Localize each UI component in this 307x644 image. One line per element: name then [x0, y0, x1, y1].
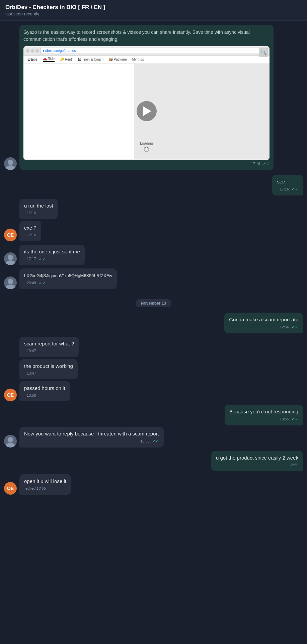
message-text: the product is working	[24, 363, 73, 369]
media-text: Gyazo is the easiest way to record scree…	[23, 29, 270, 43]
bubble-scamfor: scam report for what ? 13:47	[19, 337, 79, 357]
message-row-gonna: Gonna make a scam report atp 12:56 ✓✓	[4, 313, 303, 333]
header: OrbiDev - Checkers in BIO [ FR / EN ] la…	[0, 0, 307, 21]
avatar-me-1	[4, 252, 17, 265]
message-row-ugot: u got the product since easily 2 week 13…	[4, 451, 303, 471]
message-text: see	[277, 179, 285, 184]
timestamp: 13:55	[140, 439, 150, 444]
timestamp: 13:55	[280, 417, 289, 422]
svg-point-1	[6, 165, 15, 170]
message-text: LXGmG4jSJiqcmuV1m5QHgM6K5fthRfZXFw	[24, 273, 112, 278]
edited-label: edited 13:55	[25, 486, 46, 491]
bubble-see: see 17:16 ✓✓	[272, 175, 303, 195]
bubble-open: open it u will lose it edited 13:55	[19, 474, 71, 494]
media-bubble: Gyazo is the easiest way to record scree…	[19, 25, 274, 170]
message-text: Because you're not responding	[229, 409, 298, 414]
checkmarks: ✓✓	[263, 161, 270, 166]
message-row-lxg: LXGmG4jSJiqcmuV1m5QHgM6K5fthRfZXFw 23:49…	[4, 268, 303, 289]
checkmarks: ✓✓	[152, 438, 159, 444]
message-text: u run the last	[24, 203, 53, 209]
avatar-oe-2: OE	[4, 389, 17, 401]
message-row-now: Now you want to reply because I threaten…	[4, 427, 303, 448]
message-text: passed hours on it	[24, 385, 65, 391]
timestamp: 17:16	[280, 187, 289, 192]
timestamp: 12:56	[280, 325, 289, 330]
media-message-row: Gyazo is the easiest way to record scree…	[4, 25, 303, 170]
timestamp: 17:16	[251, 162, 260, 166]
url-bar-text: uber.com/go/promos	[45, 49, 76, 53]
message-text: Now you want to reply because I threaten…	[24, 431, 159, 436]
bubble-urun: u run the last 17:16	[19, 199, 58, 219]
svg-point-5	[6, 285, 15, 289]
bubble-now: Now you want to reply because I threaten…	[19, 427, 164, 448]
avatar-oe-3: OE	[4, 482, 17, 495]
message-text: open it u will lose it	[24, 478, 66, 484]
loading-indicator: Loading	[140, 141, 153, 152]
avatar-me-2	[4, 276, 17, 289]
svg-point-2	[8, 255, 13, 260]
svg-point-4	[8, 279, 13, 284]
timestamp: 17:16	[27, 211, 36, 216]
message-text: its the one u just sent me	[24, 249, 80, 254]
bubble-product: the product is working 13:47	[19, 359, 78, 379]
spinner-icon	[144, 147, 149, 152]
checkmarks: ✓✓	[39, 280, 46, 286]
chat-subtitle: last seen recently	[5, 11, 302, 16]
timestamp: 13:47	[27, 371, 36, 376]
timestamp: 17:17	[27, 256, 36, 261]
timestamp: 17:16	[27, 233, 36, 238]
message-row-product: the product is working 13:47	[4, 359, 303, 379]
bubble-because: Because you're not responding 13:55 ✓✓	[225, 405, 303, 425]
avatar-me-3	[4, 435, 17, 448]
svg-point-0	[8, 160, 13, 165]
svg-point-3	[6, 260, 15, 265]
bubble-ugot: u got the product since easily 2 week 13…	[211, 451, 303, 471]
date-pill: November 13	[136, 299, 171, 307]
loading-text: Loading	[140, 141, 153, 145]
svg-point-6	[8, 437, 13, 442]
bubble-gonna: Gonna make a scam report atp 12:56 ✓✓	[224, 313, 303, 333]
message-row-its: its the one u just sent me 17:17 ✓✓	[4, 245, 303, 265]
svg-point-7	[6, 443, 15, 448]
checkmarks: ✓✓	[39, 256, 46, 262]
timestamp: 13:47	[27, 348, 36, 353]
message-text: scam report for what ?	[24, 341, 74, 346]
avatar-oe-1: OE	[4, 229, 17, 241]
timestamp: 13:50	[27, 393, 36, 398]
message-text: exe ?	[24, 225, 36, 231]
nav-ride[interactable]: 🚗 Ride	[43, 57, 55, 62]
timestamp: 13:55	[289, 463, 298, 468]
bubble-exe: exe ? 17:16	[19, 221, 41, 241]
message-text: u got the product since easily 2 week	[216, 455, 298, 461]
play-button[interactable]	[137, 101, 157, 121]
checkmarks: ✓✓	[292, 186, 298, 192]
message-text: Gonna make a scam report atp	[229, 317, 298, 322]
message-row-open: OE open it u will lose it edited 13:55	[4, 474, 303, 494]
message-row-urun: u run the last 17:16	[4, 199, 303, 219]
bubble-passed: passed hours on it 13:50	[19, 381, 70, 401]
avatar	[4, 157, 17, 170]
uber-logo: Uber	[27, 57, 37, 62]
message-row-see: see 17:16 ✓✓	[4, 175, 303, 195]
nav-package[interactable]: 📦 Package	[109, 58, 127, 61]
message-row-scamfor: scam report for what ? 13:47	[4, 337, 303, 357]
chat-container: Gyazo is the easiest way to record scree…	[0, 25, 307, 503]
play-icon	[143, 106, 151, 116]
nav-rent[interactable]: 🔑 Rent	[60, 58, 72, 61]
zoom-button[interactable]: 🔍	[259, 48, 268, 57]
video-thumbnail[interactable]: ● uber.com/go/promos 🔍 🔍 Uber 🚗 Ride 🔑 R…	[23, 46, 270, 160]
timestamp: 23:49	[27, 280, 36, 286]
nav-train[interactable]: 🚂 Train & Coach	[77, 58, 103, 61]
bubble-lxg: LXGmG4jSJiqcmuV1m5QHgM6K5fthRfZXFw 23:49…	[19, 268, 117, 289]
message-row-exe: OE exe ? 17:16	[4, 221, 303, 241]
nav-mytrips[interactable]: My trips	[132, 58, 144, 61]
checkmarks: ✓✓	[292, 416, 298, 422]
checkmarks: ✓✓	[292, 324, 298, 330]
chat-title: OrbiDev - Checkers in BIO [ FR / EN ]	[5, 4, 302, 11]
date-separator: November 13	[4, 299, 303, 307]
bubble-its: its the one u just sent me 17:17 ✓✓	[19, 245, 85, 265]
message-row-passed: OE passed hours on it 13:50	[4, 381, 303, 401]
message-row-because: Because you're not responding 13:55 ✓✓	[4, 405, 303, 425]
